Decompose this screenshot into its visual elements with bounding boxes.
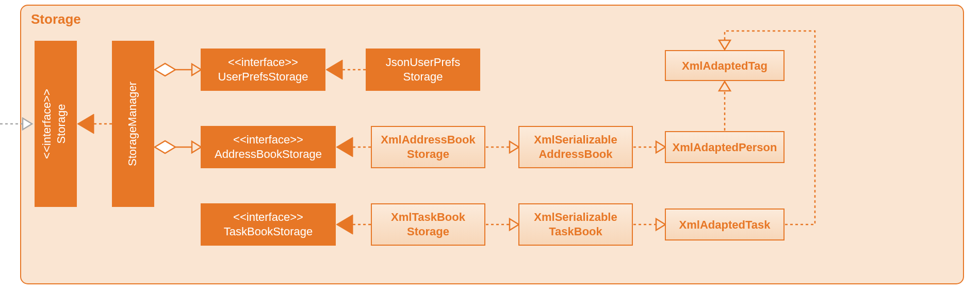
- xsab-line2: AddressBook: [538, 148, 613, 160]
- node-xml-addressbook-storage: XmlAddressBook Storage: [371, 126, 485, 168]
- svg-rect-12: [519, 126, 632, 168]
- node-xml-adapted-task: XmlAdaptedTask: [665, 209, 784, 240]
- xabs-line2: Storage: [407, 148, 449, 160]
- xstb-line2: TaskBook: [549, 225, 602, 238]
- person-name: XmlAdaptedPerson: [673, 141, 777, 154]
- svg-rect-8: [201, 49, 325, 90]
- addressbook-name: AddressBookStorage: [215, 148, 322, 160]
- storage-interface-name: Storage: [55, 104, 68, 143]
- task-name: XmlAdaptedTask: [679, 218, 771, 231]
- xtbs-line1: XmlTaskBook: [391, 211, 466, 223]
- addressbook-stereotype: <<interface>>: [233, 133, 303, 146]
- svg-rect-9: [366, 49, 480, 90]
- tag-name: XmlAdaptedTag: [682, 59, 767, 72]
- xsab-line1: XmlSerializable: [534, 133, 617, 146]
- svg-rect-11: [371, 126, 485, 168]
- svg-rect-10: [201, 126, 335, 168]
- node-userprefs-interface: <<interface>> UserPrefsStorage: [201, 49, 325, 90]
- node-xml-serializable-addressbook: XmlSerializable AddressBook: [519, 126, 632, 168]
- node-addressbook-interface: <<interface>> AddressBookStorage: [201, 126, 335, 168]
- node-storage-interface: <<interface>> Storage: [35, 41, 76, 206]
- taskbook-name: TaskBookStorage: [224, 225, 313, 238]
- xabs-line1: XmlAddressBook: [381, 133, 476, 146]
- json-userprefs-line1: JsonUserPrefs: [386, 56, 460, 69]
- node-xml-adapted-person: XmlAdaptedPerson: [665, 132, 784, 163]
- taskbook-stereotype: <<interface>>: [233, 211, 303, 223]
- node-xml-serializable-taskbook: XmlSerializable TaskBook: [519, 204, 632, 245]
- storage-interface-stereotype: <<interface>>: [40, 89, 53, 159]
- node-storage-manager: StorageManager: [112, 41, 154, 206]
- node-xml-adapted-tag: XmlAdaptedTag: [665, 51, 784, 81]
- node-json-userprefs-storage: JsonUserPrefs Storage: [366, 49, 480, 90]
- xtbs-line2: Storage: [407, 225, 449, 238]
- svg-rect-17: [519, 204, 632, 245]
- xstb-line1: XmlSerializable: [534, 211, 617, 223]
- package-title: Storage: [31, 11, 81, 27]
- svg-rect-16: [371, 204, 485, 245]
- svg-rect-15: [201, 204, 335, 245]
- userprefs-name: UserPrefsStorage: [218, 70, 308, 83]
- node-taskbook-interface: <<interface>> TaskBookStorage: [201, 204, 335, 245]
- storage-manager-name: StorageManager: [126, 82, 139, 166]
- node-xml-taskbook-storage: XmlTaskBook Storage: [371, 204, 485, 245]
- storage-uml-diagram: Storage <<interface>> Storage StorageMan…: [0, 0, 980, 289]
- userprefs-stereotype: <<interface>>: [228, 56, 298, 69]
- json-userprefs-line2: Storage: [403, 70, 443, 83]
